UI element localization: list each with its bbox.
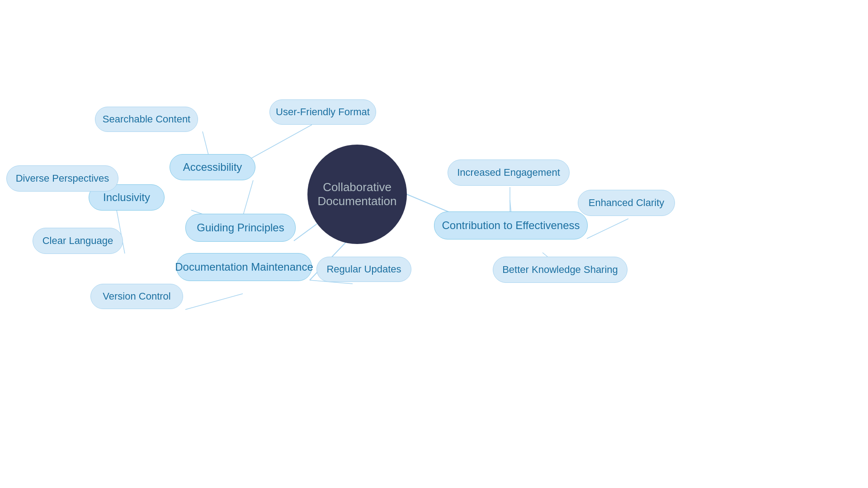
documentation-maintenance-node[interactable]: Documentation Maintenance <box>176 253 312 281</box>
clear-language-node[interactable]: Clear Language <box>33 228 123 254</box>
guiding-principles-node[interactable]: Guiding Principles <box>185 214 296 242</box>
increased-engagement-node[interactable]: Increased Engagement <box>448 160 570 186</box>
searchable-content-node[interactable]: Searchable Content <box>95 107 198 132</box>
diverse-perspectives-node[interactable]: Diverse Perspectives <box>6 165 118 192</box>
enhanced-clarity-node[interactable]: Enhanced Clarity <box>578 190 675 216</box>
version-control-node[interactable]: Version Control <box>90 284 183 309</box>
svg-line-12 <box>587 219 628 239</box>
center-node: Collaborative Documentation <box>307 145 407 244</box>
svg-line-10 <box>185 294 243 310</box>
user-friendly-format-node[interactable]: User-Friendly Format <box>269 99 376 125</box>
accessibility-node[interactable]: Accessibility <box>170 154 255 180</box>
better-knowledge-sharing-node[interactable]: Better Knowledge Sharing <box>493 257 627 283</box>
regular-updates-node[interactable]: Regular Updates <box>316 257 411 282</box>
contribution-node[interactable]: Contribution to Effectiveness <box>434 211 588 239</box>
